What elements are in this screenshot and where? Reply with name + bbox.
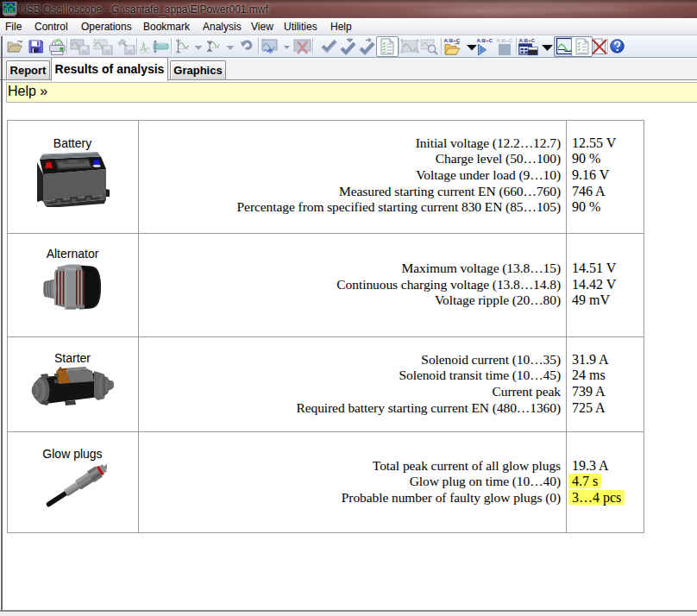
- svg-text:A:B+C: A:B+C: [519, 38, 536, 43]
- svg-text:A:B+C: A:B+C: [444, 38, 461, 43]
- svg-text:A:B+C: A:B+C: [497, 38, 513, 43]
- svg-text:A:B+C: A:B+C: [477, 38, 493, 43]
